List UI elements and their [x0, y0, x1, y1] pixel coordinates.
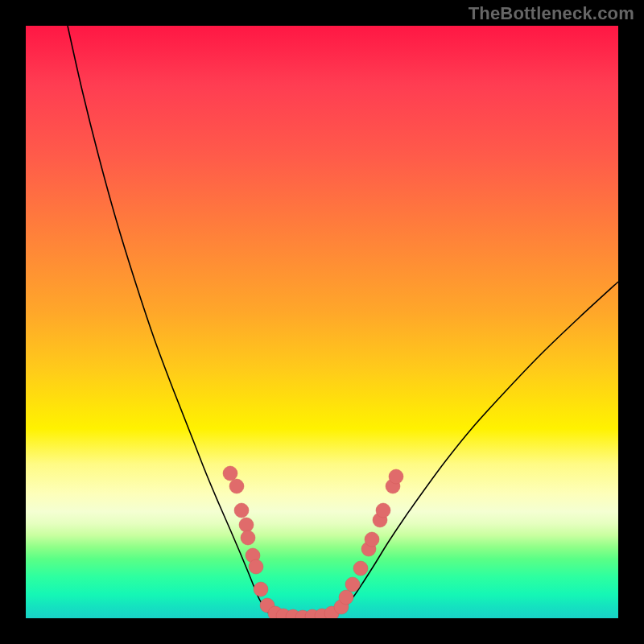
highlight-dot — [239, 518, 254, 532]
highlight-dot — [353, 561, 368, 576]
highlight-dot — [339, 590, 353, 605]
plot-area — [26, 26, 618, 618]
highlight-dot — [229, 479, 244, 493]
highlight-dot — [223, 466, 237, 481]
bottleneck-curve — [68, 26, 618, 617]
curve-svg — [26, 26, 618, 618]
highlight-dot — [389, 469, 403, 484]
highlight-dot — [345, 577, 360, 592]
chart-frame: TheBottleneck.com — [0, 0, 644, 644]
highlight-dot — [249, 559, 263, 574]
highlight-dots — [223, 466, 403, 618]
highlight-dot — [241, 530, 255, 545]
watermark-text: TheBottleneck.com — [469, 3, 634, 24]
highlight-dot — [376, 503, 390, 518]
highlight-dot — [234, 503, 249, 518]
highlight-dot — [254, 582, 268, 597]
highlight-dot — [365, 532, 379, 547]
